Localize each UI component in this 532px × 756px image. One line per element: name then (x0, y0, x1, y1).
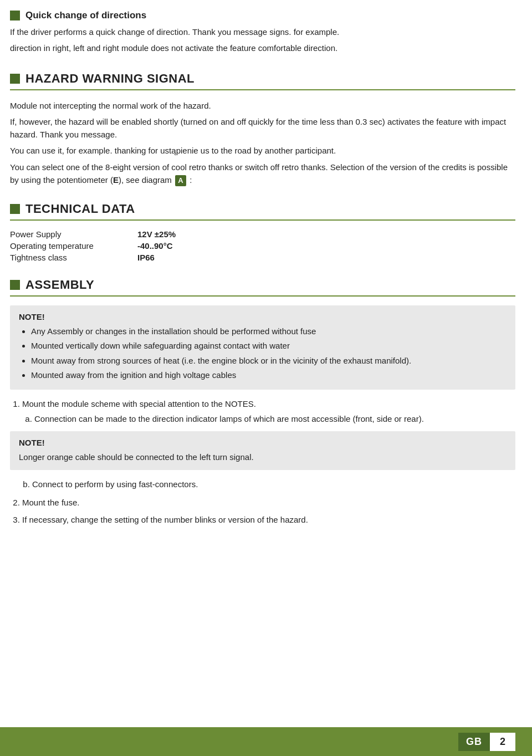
assembly-main-list: Mount the module scheme with special att… (10, 397, 515, 426)
hazard-para4: You can select one of the 8-eight versio… (10, 161, 515, 187)
technical-header: TECHNICAL DATA (10, 202, 515, 216)
assembly-icon (10, 280, 20, 290)
assembly-title: ASSEMBLY (25, 278, 94, 292)
tech-label-tightness: Tightness class (10, 253, 137, 262)
alpha-sublist-2: Connect to perform by using fast-connect… (10, 478, 515, 491)
hazard-title: HAZARD WARNING SIGNAL (25, 71, 195, 86)
hazard-divider (10, 89, 515, 90)
list-item: If necessary, change the setting of the … (22, 513, 515, 526)
note-box-1: NOTE! Any Assembly or changes in the ins… (10, 305, 515, 390)
list-item: Connection can be made to the direction … (34, 412, 515, 425)
technical-title: TECHNICAL DATA (25, 202, 135, 216)
hazard-para3: You can use it, for example. thanking fo… (10, 144, 515, 157)
list-item: Connect to perform by using fast-connect… (32, 478, 515, 491)
tech-row-tightness: Tightness class IP66 (10, 253, 515, 262)
list-item: Mount the module scheme with special att… (22, 397, 515, 426)
quick-change-para1: If the driver performs a quick change of… (10, 25, 515, 38)
tech-label-power: Power Supply (10, 229, 137, 239)
hazard-para1: Module not intercepting the normal work … (10, 99, 515, 112)
note1-list: Any Assembly or changes in the installat… (19, 325, 507, 381)
assembly-divider (10, 295, 515, 297)
alpha-sublist-1: Connection can be made to the direction … (22, 412, 515, 425)
note2-label: NOTE! (19, 438, 507, 447)
footer: GB 2 (0, 727, 532, 756)
list-item: Connect to perform by using fast-connect… (10, 478, 515, 491)
footer-lang: GB (458, 733, 490, 751)
hazard-para2: If, however, the hazard will be enabled … (10, 115, 515, 141)
tech-table: Power Supply 12V ±25% Operating temperat… (10, 229, 515, 262)
tech-label-temp: Operating temperature (10, 241, 137, 251)
quick-change-para2: direction in right, left and right modul… (10, 42, 515, 54)
list-item: Any Assembly or changes in the installat… (31, 325, 507, 338)
technical-divider (10, 219, 515, 221)
quick-change-header: Quick change of directions (10, 10, 515, 21)
tech-value-tightness: IP66 (137, 253, 155, 262)
hazard-icon (10, 74, 20, 84)
list-item: Mounted vertically down while safeguardi… (31, 339, 507, 352)
note1-label: NOTE! (19, 312, 507, 321)
list-item: Mount away from strong sources of heat (… (31, 354, 507, 367)
note-box-2: NOTE! Longer orange cable should be conn… (10, 431, 515, 470)
hazard-header: HAZARD WARNING SIGNAL (10, 71, 515, 86)
quick-change-icon (10, 11, 20, 21)
quick-change-title: Quick change of directions (25, 10, 146, 21)
note2-text: Longer orange cable should be connected … (19, 451, 507, 463)
footer-page: 2 (490, 733, 515, 751)
tech-value-temp: -40..90°C (137, 241, 173, 251)
assembly-header: ASSEMBLY (10, 278, 515, 292)
tech-row-temp: Operating temperature -40..90°C (10, 241, 515, 251)
technical-icon (10, 204, 20, 214)
tech-row-power: Power Supply 12V ±25% (10, 229, 515, 239)
assembly-numbered-list: Mount the fuse. If necessary, change the… (10, 496, 515, 527)
diagram-a-badge: A (175, 175, 186, 186)
list-item: Mounted away from the ignition and high … (31, 369, 507, 381)
list-item: Mount the fuse. (22, 496, 515, 509)
assembly-sub-list: Connect to perform by using fast-connect… (10, 478, 515, 491)
tech-value-power: 12V ±25% (137, 229, 176, 239)
